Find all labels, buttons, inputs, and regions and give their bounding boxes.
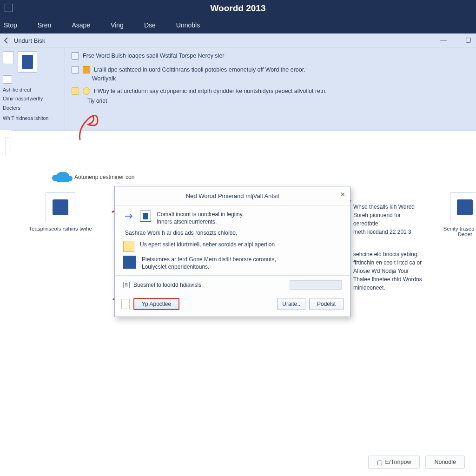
menu-item[interactable]: Stop (4, 21, 17, 29)
update-button[interactable]: Uraite.. (277, 298, 305, 310)
cloud-account[interactable]: Aotunenp cestminer con (56, 172, 134, 182)
sub-title: Undurt Bisk (14, 37, 45, 44)
template-caption: Teasplinseols rsihins twihe (28, 226, 93, 231)
qat-icon[interactable] (5, 4, 13, 12)
title-bar: Woordd 2013 (0, 0, 476, 17)
annotation-pointer (77, 113, 101, 142)
desc-line: ffrtinchin en ceo t irtcd ca or (353, 258, 426, 267)
template-thumb (450, 192, 476, 222)
warn-icon (83, 66, 90, 73)
menu-item[interactable]: Asape (72, 21, 90, 29)
ribbon-label: Ash lie dreut (3, 86, 62, 93)
document-icon (140, 211, 151, 222)
desc-line: meth liocdand 22 201 3 (353, 228, 426, 236)
cloud-label: Aotunenp cestminer con (74, 174, 134, 180)
desc-line: minideoneet. (353, 284, 426, 292)
info-text: Lralli dpe sathtced in uord Coittinrans … (94, 66, 305, 73)
install-dialog: Ned Worod Pmierand mljVall Antsil ✕ Coma… (114, 186, 350, 317)
small-icon[interactable] (3, 75, 12, 84)
menu-item[interactable]: Ving (111, 21, 124, 29)
dialog-title: Ned Worod Pmierand mljVall Antsil (186, 192, 279, 199)
status-button[interactable]: ▢E/Trinpow (368, 456, 420, 469)
template-card[interactable]: Senity trased Was Deoet (432, 192, 476, 237)
ribbon-panel: Ash lie dreut Omir nasortwerfly Docters … (0, 47, 476, 130)
button-label: Podelst (317, 301, 336, 307)
button-label: Nonodle (434, 459, 456, 465)
sub-title-row: Undurt Bisk — ▢ (0, 33, 476, 47)
button-label: Yp Apoctlee (142, 301, 171, 307)
checkbox-label: Buesmel to loordd hdiavisls (133, 282, 201, 288)
arrow-icon (123, 211, 134, 222)
bulb-icon (83, 87, 90, 95)
ribbon-info: Frse Word Bulsh loaqes saell Wstifal Tor… (65, 47, 476, 130)
progress-placeholder (290, 280, 342, 290)
template-card[interactable]: Teasplinseols rsihins twihe (28, 192, 93, 231)
cloud-icon (56, 172, 70, 182)
note-icon (123, 241, 134, 252)
template-caption: Senity trased Was (432, 226, 476, 231)
ribbon-label: Omir nasortwerfly (3, 95, 62, 102)
menu-item[interactable]: Unnobls (176, 21, 200, 29)
app-title: Woordd 2013 (211, 3, 266, 13)
button-label: E/Trinpow (385, 459, 411, 465)
close-icon[interactable]: ✕ (340, 191, 345, 198)
button-label: Uraite.. (282, 301, 300, 307)
ribbon-group-left: Ash lie dreut Omir nasortwerfly Docters … (0, 47, 65, 130)
template-thumb (46, 192, 75, 222)
page-icon (121, 299, 130, 309)
grid-icon (72, 66, 79, 73)
key-icon (72, 87, 79, 95)
status-button[interactable]: Nonodle (425, 456, 465, 469)
checkbox-icon: ⎘ (123, 282, 130, 288)
dialog-text: Comalt incont is uorclreal in legiiny. (157, 211, 244, 218)
ribbon-label[interactable]: Docters (3, 105, 62, 111)
template-icon[interactable] (18, 51, 37, 73)
dialog-text: Us epert ssllet idurtrniell, neber soroi… (140, 241, 275, 248)
info-text: FWby te at urchdunn say ctrpnpenic ind i… (94, 88, 327, 94)
menu-item[interactable]: Dse (144, 21, 156, 29)
minimize-icon[interactable]: — (440, 36, 447, 43)
menu-item[interactable]: Sren (38, 21, 52, 29)
status-bar: ▢E/Trinpow Nonodle (0, 446, 476, 476)
dialog-title-bar: Ned Worod Pmierand mljVall Antsil ✕ (115, 186, 350, 206)
menu-bar: Stop Sren Asape Ving Dse Unnobls (0, 17, 476, 33)
ribbon-hint: Wh T hidneoa ishiton (3, 115, 62, 121)
dialog-text: Loulycslet enporidenitouns. (142, 263, 276, 271)
maximize-icon[interactable]: ▢ (465, 36, 471, 43)
cancel-button[interactable]: Podelst (309, 298, 344, 310)
template-caption: Deoet (432, 231, 476, 237)
remember-checkbox[interactable]: ⎘ Buesmel to loordd hdiavisls (123, 282, 201, 288)
accept-button[interactable]: Yp Apoctlee (133, 298, 179, 310)
quick-access-toolbar (5, 4, 13, 14)
back-icon[interactable] (2, 36, 11, 45)
desc-line: sehcine elo bnocis yebing, (353, 250, 426, 258)
doc-icon[interactable] (3, 51, 14, 64)
vertical-ruler (6, 138, 11, 156)
grid-icon (72, 52, 79, 60)
desc-line: Afiosie Wd Nodja Your (353, 267, 426, 275)
dialog-text: Sashrae Work h ar dios ads ronsozts chlo… (125, 229, 237, 237)
desc-line: Thalee lhnetee rhfd Wordns (353, 275, 426, 284)
info-text: Frse Word Bulsh loaqes saell Wstifal Tor… (83, 53, 225, 59)
info-subtext: Tiy oriet (87, 98, 469, 104)
dialog-text: Pietsumres ar ferd Gone Mern distilt beo… (142, 256, 276, 263)
building-icon (123, 256, 136, 269)
info-subtext: Wortiyalk (92, 75, 116, 82)
dialog-text: Innors atsenieurrlerents. (157, 218, 244, 225)
